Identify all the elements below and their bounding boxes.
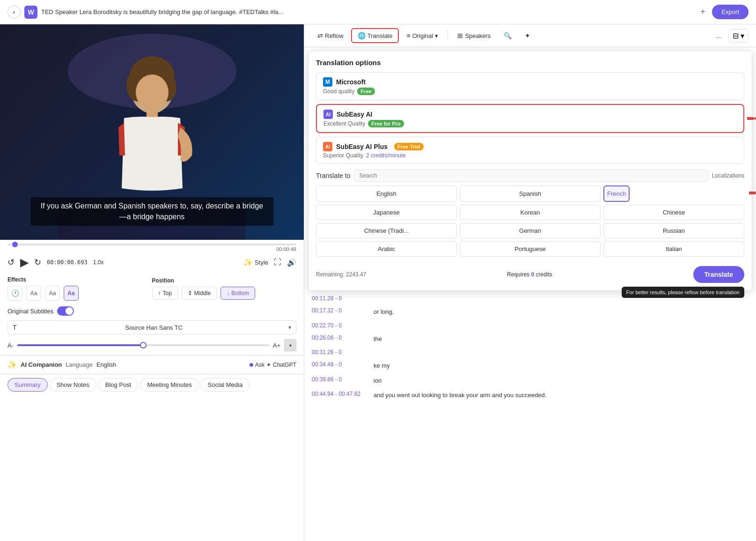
- lang-russian-btn[interactable]: Russian: [603, 223, 744, 238]
- progress-track[interactable]: [7, 244, 296, 245]
- ask-chatgpt-btn[interactable]: Ask ✦ ChatGPT: [250, 362, 296, 368]
- search-icon: 🔍: [504, 32, 512, 39]
- style-label: Style: [255, 259, 268, 266]
- table-row: 00:39.86 - 0 ion: [312, 373, 749, 388]
- gpt-label: ChatGPT: [273, 362, 296, 368]
- font-name: Source Han Sans TC: [125, 324, 183, 331]
- lang-english-btn[interactable]: English: [316, 185, 457, 202]
- timestamp: 00:26.06 - 0: [312, 334, 368, 341]
- microsoft-engine-option[interactable]: M Microsoft Good quality Free: [316, 72, 744, 100]
- progress-thumb[interactable]: [12, 242, 18, 247]
- font-size-slider[interactable]: [17, 344, 269, 346]
- speakers-button[interactable]: ⊞ Speakers: [452, 29, 496, 42]
- play-icon: ▶: [20, 256, 29, 269]
- font-size-thumb: [140, 342, 147, 348]
- rewind-icon: ↺: [7, 257, 15, 267]
- lang-german-btn[interactable]: German: [460, 223, 601, 238]
- lang-arabic-btn[interactable]: Arabic: [316, 241, 457, 257]
- lang-french-btn[interactable]: French: [603, 185, 630, 202]
- app-icon: W: [24, 6, 37, 19]
- lang-chinese-trad-btn[interactable]: Chinese (Tradi...: [316, 223, 457, 238]
- layout-button[interactable]: ⊟ ▾: [728, 29, 749, 43]
- layout-icon: ⊟: [733, 31, 739, 40]
- lang-italian-btn[interactable]: Italian: [603, 241, 744, 257]
- effects-position-row: Effects 🕐 Aa Aa Aa Position ↑ Top ⇕: [0, 273, 304, 304]
- effect-clock-btn[interactable]: 🕐: [7, 286, 22, 301]
- position-label: Position: [152, 277, 297, 284]
- microsoft-desc: Good quality Free: [323, 88, 737, 95]
- position-middle-label: Middle: [194, 290, 211, 296]
- french-red-arrow: [749, 188, 756, 200]
- play-button[interactable]: ▶: [20, 256, 29, 269]
- tab-title: TED Speaker Lera Boroditsky is beautiful…: [41, 8, 693, 15]
- tab-show-notes[interactable]: Show Notes: [50, 378, 96, 392]
- translate-action-button[interactable]: Translate: [693, 266, 744, 283]
- original-button[interactable]: ≡ Original ▾: [401, 29, 444, 42]
- toggle-thumb: [66, 307, 73, 315]
- reflow-button[interactable]: ⇄ Reflow: [312, 29, 349, 42]
- subtitle-overlay: If you ask German and Spanish speakers t…: [30, 197, 273, 226]
- lang-spanish-btn[interactable]: Spanish: [460, 185, 601, 202]
- right-panel: ⇄ Reflow 🌐 Translate ≡ Original ▾ ⊞ Spea…: [304, 24, 756, 541]
- timestamp: 00:44.94 - 00:47.82: [312, 391, 368, 397]
- transcript-text: ion: [374, 376, 382, 385]
- lang-japanese-btn[interactable]: Japanese: [316, 205, 457, 220]
- lang-portuguese-btn[interactable]: Portuguese: [460, 241, 601, 257]
- subeasy-name: SubEasy AI: [337, 111, 373, 118]
- refresh-button[interactable]: ↻: [34, 257, 41, 267]
- tab-summary[interactable]: Summary: [7, 378, 48, 392]
- subeasy-engine-option[interactable]: AI SubEasy AI Excellent Quality Free for…: [316, 104, 744, 133]
- timestamp: 00:34.48 - 0: [312, 361, 368, 368]
- color-picker-btn[interactable]: ▾: [284, 339, 296, 351]
- subeasy-plus-engine-option[interactable]: AI SubEasy AI Plus Free Trial Superior Q…: [316, 137, 744, 164]
- position-buttons: ↑ Top ⇕ Middle ↓ Bottom: [152, 287, 297, 300]
- style-button[interactable]: ✨ Style: [243, 258, 268, 267]
- bottom-tabs: Summary Show Notes Blog Post Meeting Min…: [0, 374, 304, 395]
- volume-button[interactable]: 🔊: [287, 258, 296, 267]
- rewind-button[interactable]: ↺: [7, 257, 15, 267]
- original-subtitles-toggle[interactable]: [57, 306, 74, 316]
- magic-button[interactable]: ✦: [519, 29, 536, 42]
- reflow-label: Reflow: [325, 32, 344, 39]
- lang-korean-btn[interactable]: Korean: [460, 205, 601, 220]
- ai-language-label: Language: [66, 361, 93, 368]
- speed-display: 1.0x: [93, 259, 104, 266]
- fullscreen-button[interactable]: ⛶: [274, 258, 281, 267]
- layout-dropdown-icon: ▾: [741, 31, 744, 40]
- font-select-dropdown[interactable]: T Source Han Sans TC ▾: [7, 320, 296, 334]
- add-tab-button[interactable]: +: [697, 7, 708, 18]
- translate-to-section: Translate to Localizations English Spani…: [316, 170, 744, 257]
- subeasy-header: AI SubEasy AI: [323, 110, 737, 119]
- subeasy-badge: Free for Pro: [368, 120, 404, 127]
- volume-icon: 🔊: [287, 259, 296, 267]
- effect-text3-btn[interactable]: Aa: [64, 286, 79, 301]
- tab-social-media[interactable]: Social Media: [201, 378, 250, 392]
- translate-button[interactable]: 🌐 Translate: [351, 28, 399, 43]
- more-button[interactable]: ...: [710, 30, 727, 42]
- refresh-icon: ↻: [34, 257, 41, 267]
- language-search-input[interactable]: [354, 170, 708, 182]
- original-icon: ≡: [406, 32, 410, 39]
- progress-bar-container: 00:00:48: [0, 240, 304, 252]
- tab-meeting-minutes[interactable]: Meeting Minutes: [140, 378, 198, 392]
- position-top-btn[interactable]: ↑ Top: [152, 287, 178, 300]
- language-grid: English Spanish French Japanese K: [316, 185, 744, 257]
- search-button[interactable]: 🔍: [498, 29, 517, 42]
- effect-text2-btn[interactable]: Aa: [45, 286, 60, 301]
- position-bottom-btn[interactable]: ↓ Bottom: [220, 287, 255, 300]
- tab-blog-post[interactable]: Blog Post: [98, 378, 139, 392]
- toolbar: ⇄ Reflow 🌐 Translate ≡ Original ▾ ⊞ Spea…: [304, 24, 756, 47]
- position-middle-btn[interactable]: ⇕ Middle: [182, 287, 217, 300]
- back-button[interactable]: ‹: [7, 6, 21, 19]
- effect-text1-btn[interactable]: Aa: [26, 286, 41, 301]
- subeasy-plus-quality-label: Superior Quality: [323, 152, 363, 159]
- export-button[interactable]: Export: [712, 5, 749, 19]
- subeasy-plus-logo: AI: [323, 142, 332, 151]
- microsoft-quality-label: Good quality: [323, 88, 354, 95]
- subeasy-plus-desc: Superior Quality 2 credits/minute: [323, 152, 737, 159]
- original-label: Original: [412, 32, 433, 39]
- lang-chinese-btn[interactable]: Chinese: [603, 205, 744, 220]
- magic-icon: ✦: [525, 32, 530, 39]
- translate-label: Translate: [367, 32, 393, 39]
- translate-to-header: Translate to Localizations: [316, 170, 744, 182]
